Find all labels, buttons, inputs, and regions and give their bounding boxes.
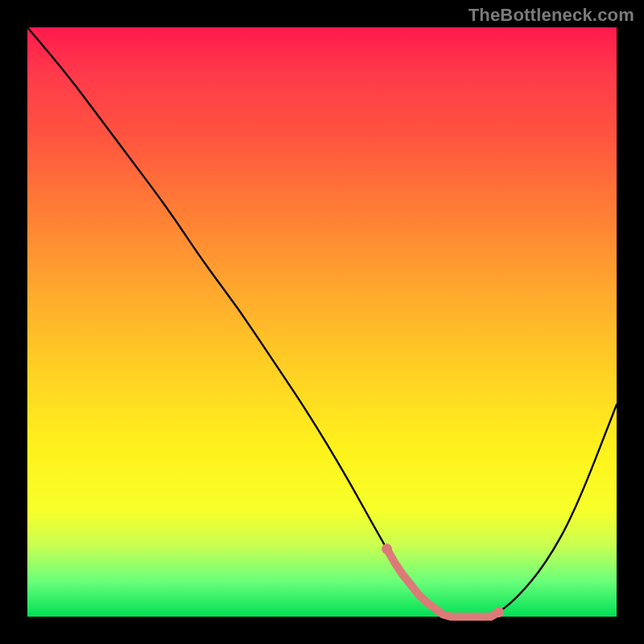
highlight-start-dot [382, 543, 392, 554]
chart-frame: TheBottleneck.com [0, 0, 644, 644]
plot-area [27, 27, 617, 617]
bottleneck-curve [27, 27, 617, 617]
watermark-text: TheBottleneck.com [469, 5, 634, 26]
highlight-end-dot [493, 607, 504, 617]
highlight-segment [387, 549, 499, 617]
curve-svg [27, 27, 617, 617]
